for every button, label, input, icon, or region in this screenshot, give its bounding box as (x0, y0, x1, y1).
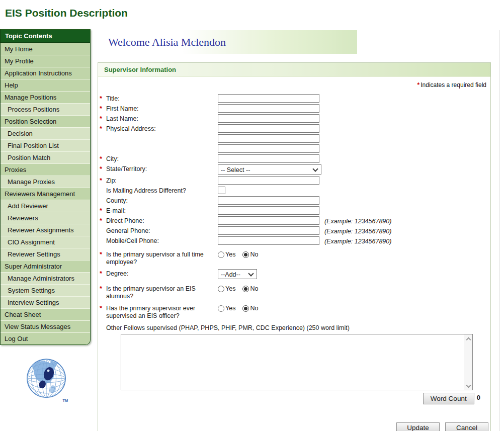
form-row-title: *Title: (98, 94, 490, 103)
sidebar-item-view-status-messages[interactable]: View Status Messages (1, 320, 90, 332)
sidebar-item-reviewer-assignments[interactable]: Reviewer Assignments (1, 224, 90, 236)
physical-address-input-2[interactable] (218, 134, 319, 143)
field-label: First Name: (106, 105, 139, 112)
sidebar-item-position-selection[interactable]: Position Selection (1, 115, 90, 127)
cancel-button[interactable]: Cancel (445, 422, 488, 431)
email-input[interactable] (218, 206, 319, 215)
physical-address-input-1[interactable] (218, 124, 319, 133)
mailing-address-different-checkbox[interactable] (218, 187, 225, 194)
field-label: City: (106, 155, 119, 162)
supervised-eis-officer-radio-no[interactable] (242, 305, 249, 312)
trademark-text: TM (63, 398, 68, 403)
textarea-scrollbar[interactable] (464, 334, 472, 390)
update-button[interactable]: Update (396, 422, 440, 431)
sidebar-item-interview-settings[interactable]: Interview Settings (1, 296, 90, 308)
sidebar-item-decision[interactable]: Decision (1, 127, 90, 139)
phone-example-hint: (Example: 1234567890) (324, 216, 391, 225)
supervised-eis-officer-radio-yes[interactable] (218, 305, 224, 312)
sidebar-item-log-out[interactable]: Log Out (1, 332, 90, 344)
field-label: Mobile/Cell Phone: (106, 237, 159, 244)
field-label: Title: (106, 95, 120, 102)
sidebar-item-cheat-sheet[interactable]: Cheat Sheet (1, 308, 90, 320)
form-row-city: *City: (98, 154, 490, 163)
form-row-county: County: (98, 196, 490, 205)
field-label: Direct Phone: (106, 217, 144, 224)
main-content: Welcome Alisia Mclendon Supervisor Infor… (94, 30, 499, 431)
form-row-physical-address: *Physical Address: (98, 124, 490, 133)
full-time-employee-radio-group: Yes No (218, 250, 258, 258)
required-field-note: * Indicates a required field (98, 77, 490, 94)
full-time-employee-radio-no[interactable] (242, 251, 249, 258)
other-fellows-textarea-wrap (121, 334, 473, 390)
form-row-address-line-3 (98, 144, 490, 153)
eis-alumnus-radio-group: Yes No (218, 284, 258, 292)
sidebar-item-application-instructions[interactable]: Application Instructions (1, 67, 90, 79)
field-label: General Phone: (106, 227, 150, 234)
field-label: State/Territory: (106, 165, 147, 173)
sidebar-item-my-home[interactable]: My Home (1, 43, 90, 55)
sidebar-item-manage-proxies[interactable]: Manage Proxies (1, 176, 90, 188)
form-row-zip: *Zip: (98, 176, 490, 185)
sidebar-item-manage-administrators[interactable]: Manage Administrators (1, 272, 90, 284)
form-row-email: *E-mail: (98, 206, 490, 215)
state-territory-select[interactable]: -- Select -- (218, 164, 321, 175)
general-phone-input[interactable] (218, 226, 319, 235)
county-input[interactable] (218, 196, 319, 205)
eis-position-description-page: EIS Position Description Topic Contents … (0, 0, 504, 431)
mobile-phone-input[interactable] (218, 236, 319, 245)
field-label: Last Name: (106, 115, 138, 122)
degree-select[interactable]: --Add-- (218, 269, 257, 279)
physical-address-input-3[interactable] (218, 144, 319, 153)
field-label: E-mail: (106, 207, 126, 214)
field-label: Has the primary supervisor ever supervis… (106, 305, 195, 319)
sidebar-item-super-administrator[interactable]: Super Administrator (1, 260, 90, 272)
eis-alumnus-radio-no[interactable] (242, 286, 249, 292)
other-fellows-textarea[interactable] (121, 334, 473, 390)
first-name-input[interactable] (218, 104, 319, 113)
form-row-supervised-eis-officer: *Has the primary supervisor ever supervi… (98, 304, 490, 320)
phone-example-hint: (Example: 1234567890) (324, 226, 391, 235)
sidebar-item-process-positions[interactable]: Process Positions (1, 103, 90, 115)
zip-input[interactable] (218, 176, 319, 185)
field-label: County: (106, 197, 128, 204)
eis-alumnus-radio-yes[interactable] (218, 286, 224, 292)
sidebar-item-system-settings[interactable]: System Settings (1, 284, 90, 296)
form-row-mobile-phone: Mobile/Cell Phone: (Example: 1234567890) (98, 236, 490, 245)
sidebar-item-final-position-list[interactable]: Final Position List (1, 139, 90, 151)
form-row-direct-phone: *Direct Phone: (Example: 1234567890) (98, 216, 490, 225)
form-row-first-name: *First Name: (98, 104, 490, 113)
scroll-down-icon[interactable] (464, 382, 472, 390)
sidebar-item-position-match[interactable]: Position Match (1, 151, 90, 163)
sidebar-item-reviewer-settings[interactable]: Reviewer Settings (1, 248, 90, 260)
supervisor-form: *Title: *First Name: *Last Name: *Physic… (98, 94, 490, 431)
field-label: Is Mailing Address Different? (106, 187, 186, 194)
last-name-input[interactable] (218, 114, 319, 123)
sidebar-header: Topic Contents (1, 30, 90, 43)
sidebar-item-proxies[interactable]: Proxies (1, 163, 90, 176)
sidebar-item-reviewers[interactable]: Reviewers (1, 212, 90, 224)
city-input[interactable] (218, 154, 319, 163)
supervisor-information-panel: Supervisor Information * Indicates a req… (98, 62, 491, 431)
title-input[interactable] (218, 94, 319, 103)
direct-phone-input[interactable] (218, 216, 319, 225)
form-row-state-territory: *State/Territory: -- Select -- (98, 164, 490, 175)
form-row-full-time-employee: *Is the primary supervisor a full time e… (98, 250, 490, 266)
full-time-employee-radio-yes[interactable] (218, 251, 224, 258)
word-count-button[interactable]: Word Count (423, 393, 474, 404)
sidebar-item-my-profile[interactable]: My Profile (1, 55, 90, 67)
form-row-general-phone: General Phone: (Example: 1234567890) (98, 226, 490, 235)
sidebar-item-help[interactable]: Help (1, 79, 90, 91)
sidebar-item-manage-positions[interactable]: Manage Positions (1, 91, 90, 103)
scroll-up-icon[interactable] (464, 334, 472, 342)
required-marker: * (417, 81, 420, 89)
page-title: EIS Position Description (5, 7, 128, 19)
sidebar-item-cio-assignment[interactable]: CIO Assignment (1, 236, 90, 248)
sidebar-item-add-reviewer[interactable]: Add Reviewer (1, 200, 90, 212)
sidebar-item-reviewers-management[interactable]: Reviewers Management (1, 188, 90, 200)
form-row-mailing-address-different: Is Mailing Address Different? (98, 186, 490, 195)
form-row-eis-alumnus: *Is the primary supervisor an EIS alumnu… (98, 284, 490, 300)
eis-globe-footprint-logo: TM (21, 352, 72, 408)
field-label: Is the primary supervisor a full time em… (106, 251, 204, 266)
supervised-eis-officer-radio-group: Yes No (218, 304, 258, 312)
panel-title: Supervisor Information (104, 66, 176, 73)
